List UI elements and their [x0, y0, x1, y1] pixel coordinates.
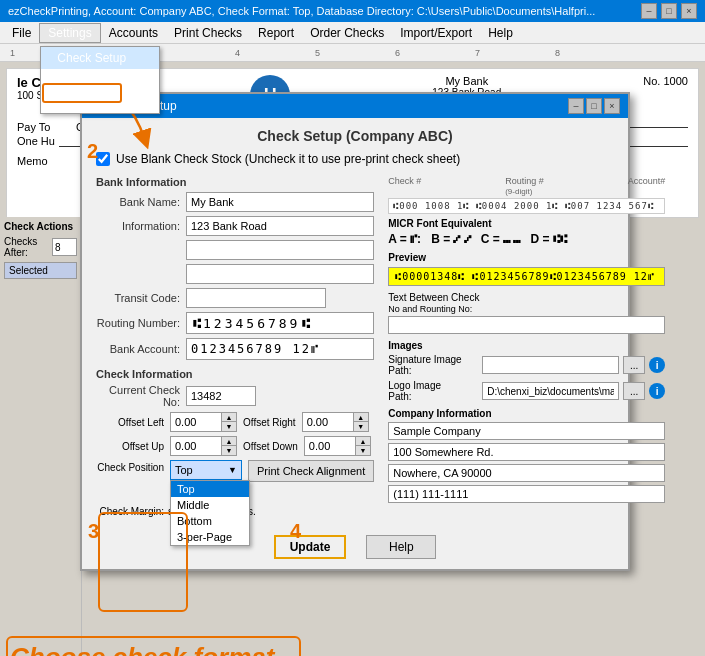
- logo-info-btn[interactable]: i: [649, 383, 665, 399]
- info3-input[interactable]: [186, 264, 374, 284]
- bank-info-section-label: Bank Information: [96, 176, 374, 188]
- images-label: Images: [388, 340, 665, 351]
- menu-print-checks[interactable]: Print Checks: [166, 24, 250, 42]
- bank-name-row: Bank Name:: [96, 192, 374, 212]
- offset-right-down[interactable]: ▼: [354, 422, 368, 431]
- check-position-selected[interactable]: Top ▼: [170, 460, 242, 480]
- dialog-maximize-btn[interactable]: □: [586, 98, 602, 114]
- signature-browse-btn[interactable]: ...: [623, 356, 645, 374]
- offset-up-input[interactable]: [171, 437, 221, 455]
- micr-numbers: ⑆000 1008 1⑆ ⑆0004 2000 1⑆ ⑆007 1234 567…: [388, 198, 665, 214]
- check-position-section: Check Position Top ▼ Top Mid: [96, 460, 374, 482]
- offset-right-input[interactable]: [303, 413, 353, 431]
- close-button[interactable]: ×: [681, 3, 697, 19]
- offset-up-spinner: ▲ ▼: [170, 436, 237, 456]
- signature-info-btn[interactable]: i: [649, 357, 665, 373]
- logo-label: Logo ImagePath:: [388, 380, 478, 402]
- logo-browse-btn[interactable]: ...: [623, 382, 645, 400]
- blank-check-stock-row: Use Blank Check Stock (Uncheck it to use…: [96, 152, 614, 166]
- dialog-close-btn[interactable]: ×: [604, 98, 620, 114]
- company-info-4-input[interactable]: [388, 485, 665, 503]
- current-check-no-input[interactable]: [186, 386, 256, 406]
- routing-numbers: 123456789: [203, 316, 300, 331]
- offset-right-spinner: ▲ ▼: [302, 412, 369, 432]
- left-sidebar: Check Actions Checks After: Selected: [0, 217, 82, 656]
- dropdown-layout-setup[interactable]: Layout Setup: [41, 69, 159, 91]
- bank-account-value: 0123456789 12⑈: [191, 342, 320, 356]
- bank-name-preview: My Bank: [432, 75, 501, 87]
- menu-order-checks[interactable]: Order Checks: [302, 24, 392, 42]
- logo-input[interactable]: [482, 382, 619, 400]
- signature-input[interactable]: [482, 356, 619, 374]
- offset-left-up[interactable]: ▲: [222, 413, 236, 422]
- offset-down-up[interactable]: ▲: [356, 437, 370, 446]
- offset-left-input[interactable]: [171, 413, 221, 431]
- minimize-button[interactable]: –: [641, 3, 657, 19]
- dialog-content: Check Setup (Company ABC) Use Blank Chec…: [82, 118, 628, 527]
- transit-label: Transit Code:: [96, 292, 186, 304]
- menu-help[interactable]: Help: [480, 24, 521, 42]
- check-info-label: Check Information: [96, 368, 374, 380]
- check-position-list: Top Middle Bottom 3-per-Page: [170, 480, 250, 546]
- check-info-section: Check Information Current Check No: Offs…: [96, 368, 374, 517]
- information-input[interactable]: [186, 216, 374, 236]
- current-check-no-label: Current Check No:: [96, 384, 186, 408]
- title-text: ezCheckPrinting, Account: Company ABC, C…: [8, 5, 595, 17]
- offset-up-up[interactable]: ▲: [222, 437, 236, 446]
- dropdown-check-setup[interactable]: Check Setup: [41, 47, 159, 69]
- company-info-3-input[interactable]: [388, 464, 665, 482]
- dialog-title-bar: 🗂 Check Setup – □ ×: [82, 94, 628, 118]
- offset-right-up[interactable]: ▲: [354, 413, 368, 422]
- title-controls: – □ ×: [641, 3, 697, 19]
- routing-suffix: ⑆: [302, 316, 310, 331]
- menu-file[interactable]: File: [4, 24, 39, 42]
- title-bar: ezCheckPrinting, Account: Company ABC, C…: [0, 0, 705, 22]
- offset-left-down[interactable]: ▼: [222, 422, 236, 431]
- company-info-label: Company Information: [388, 408, 665, 419]
- logo-row: Logo ImagePath: ... i: [388, 380, 665, 402]
- offset-ud-row: Offset Up ▲ ▼ Offset Down: [96, 436, 374, 456]
- offset-up-down[interactable]: ▼: [222, 446, 236, 455]
- offset-down-input[interactable]: [305, 437, 355, 455]
- print-alignment-button[interactable]: Print Check Alignment: [248, 460, 374, 482]
- offset-left-label: Offset Left: [96, 417, 164, 428]
- dropdown-stub-setup[interactable]: Stub Setup: [41, 91, 159, 113]
- offset-down-down[interactable]: ▼: [356, 446, 370, 455]
- signature-row: Signature Image Path: ... i: [388, 354, 665, 376]
- maximize-button[interactable]: □: [661, 3, 677, 19]
- menu-settings[interactable]: Settings Check Setup Layout Setup Stub S…: [39, 23, 100, 43]
- info2-input[interactable]: [186, 240, 374, 260]
- settings-dropdown: Check Setup Layout Setup Stub Setup: [40, 46, 160, 114]
- menu-report[interactable]: Report: [250, 24, 302, 42]
- preview-value: ⑆00001348⑆ ⑆0123456789⑆0123456789 12⑈: [395, 271, 655, 282]
- option-top[interactable]: Top: [171, 481, 249, 497]
- check-setup-dialog: 🗂 Check Setup – □ × Check Setup (Company…: [80, 92, 630, 571]
- offset-down-spinner: ▲ ▼: [304, 436, 371, 456]
- company-info-1-input[interactable]: [388, 422, 665, 440]
- help-button[interactable]: Help: [366, 535, 436, 559]
- current-check-no-row: Current Check No:: [96, 384, 374, 408]
- transit-row: Transit Code:: [96, 288, 374, 308]
- check-position-value: Top: [175, 464, 228, 476]
- routing-field-wrap: ⑆ 123456789 ⑆: [186, 312, 374, 334]
- bank-account-row: Bank Account: 0123456789 12⑈: [96, 338, 374, 360]
- left-column: Bank Information Bank Name: Information:: [96, 176, 374, 517]
- check-position-dropdown-wrap: Top ▼ Top Middle Bottom 3-per-Page: [170, 460, 242, 480]
- update-button[interactable]: Update: [274, 535, 347, 559]
- menu-accounts[interactable]: Accounts: [101, 24, 166, 42]
- option-bottom[interactable]: Bottom: [171, 513, 249, 529]
- dialog-columns: Bank Information Bank Name: Information:: [96, 176, 614, 517]
- text-between-input[interactable]: [388, 316, 665, 334]
- info2-row: [96, 240, 374, 260]
- checks-after-input[interactable]: [52, 238, 77, 256]
- option-middle[interactable]: Middle: [171, 497, 249, 513]
- transit-input[interactable]: [186, 288, 326, 308]
- dialog-minimize-btn[interactable]: –: [568, 98, 584, 114]
- company-info-2-input[interactable]: [388, 443, 665, 461]
- blank-check-stock-checkbox[interactable]: [96, 152, 110, 166]
- info3-row: [96, 264, 374, 284]
- bank-name-input[interactable]: [186, 192, 374, 212]
- option-3per-page[interactable]: 3-per-Page: [171, 529, 249, 545]
- offset-lr-row: Offset Left ▲ ▼ Offset Right: [96, 412, 374, 432]
- menu-import-export[interactable]: Import/Export: [392, 24, 480, 42]
